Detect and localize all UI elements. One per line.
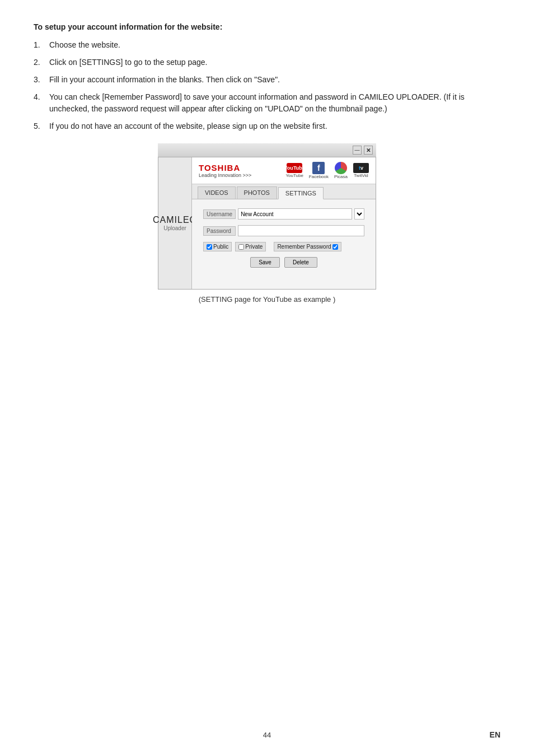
facebook-icon[interactable]: f xyxy=(312,162,325,174)
dialog-caption: (SETTING page for YouTube as example ) xyxy=(34,295,500,304)
facebook-label: Facebook xyxy=(309,174,329,179)
page-heading: To setup your account information for th… xyxy=(34,22,500,31)
toshiba-tagline: Leading Innovation >>> xyxy=(199,172,251,178)
sidebar: CAMILEO Uploader xyxy=(158,157,192,289)
password-input[interactable] xyxy=(238,225,364,236)
page-content: To setup your account information for th… xyxy=(0,0,534,326)
youtube-icon[interactable]: YouTube xyxy=(287,163,302,173)
public-option[interactable]: Public xyxy=(203,242,232,251)
youtube-service[interactable]: YouTube YouTube xyxy=(285,163,303,178)
step-text: Choose the website. xyxy=(49,39,500,51)
remember-option[interactable]: Remember Password xyxy=(274,242,341,251)
sidebar-title: CAMILEO xyxy=(153,215,197,225)
step-number: 4. xyxy=(34,91,49,115)
step-item: 5. If you do not have an account of the … xyxy=(34,120,500,132)
step-number: 3. xyxy=(34,74,49,86)
public-label: Public xyxy=(213,244,228,250)
save-button[interactable]: Save xyxy=(250,257,280,268)
close-button[interactable]: ✕ xyxy=(364,146,373,155)
private-option[interactable]: Private xyxy=(235,242,266,251)
dialog-wrapper: — ✕ CAMILEO Uploader TOSHIBA Leading xyxy=(34,143,500,290)
youtube-label: YouTube xyxy=(285,173,303,178)
twitvid-service[interactable]: tv TwitVid xyxy=(353,163,369,178)
step-text: Click on [SETTINGS] to go to the setup p… xyxy=(49,57,500,68)
step-text: Fill in your account information in the … xyxy=(49,74,500,86)
step-item: 2. Click on [SETTINGS] to go to the setu… xyxy=(34,57,500,68)
step-item: 4. You can check [Remember Password] to … xyxy=(34,91,500,115)
remember-checkbox[interactable] xyxy=(332,244,338,250)
radio-group: Public Private Remember Password xyxy=(203,242,364,251)
remember-label: Remember Password xyxy=(277,244,331,250)
twitvid-icon[interactable]: tv xyxy=(353,163,369,173)
tabs-row: VIDEOS PHOTOS SETTINGS xyxy=(192,184,376,199)
page-number: 44 xyxy=(263,731,271,739)
facebook-service[interactable]: f Facebook xyxy=(309,162,329,179)
form-buttons: Save Delete xyxy=(203,257,364,268)
username-label: Username xyxy=(203,209,236,219)
private-checkbox[interactable] xyxy=(238,244,244,250)
password-row: Password xyxy=(203,225,364,236)
step-item: 3. Fill in your account information in t… xyxy=(34,74,500,86)
twitvid-label: TwitVid xyxy=(354,173,368,178)
language-label: EN xyxy=(490,730,500,739)
dialog-header: TOSHIBA Leading Innovation >>> YouTube Y… xyxy=(192,157,376,184)
sidebar-sub: Uploader xyxy=(163,225,186,231)
delete-button[interactable]: Delete xyxy=(284,257,317,268)
step-item: 1. Choose the website. xyxy=(34,39,500,51)
picasa-label: Picasa xyxy=(334,174,348,179)
username-select[interactable]: ▼ xyxy=(354,208,364,220)
step-text: If you do not have an account of the web… xyxy=(49,120,500,132)
window-controls[interactable]: — ✕ xyxy=(352,146,373,155)
step-text: You can check [Remember Password] to sav… xyxy=(49,91,500,115)
step-number: 1. xyxy=(34,39,49,51)
picasa-service[interactable]: Picasa xyxy=(334,162,348,179)
steps-list: 1. Choose the website. 2. Click on [SETT… xyxy=(34,39,500,132)
minimize-button[interactable]: — xyxy=(353,146,362,155)
tab-settings[interactable]: SETTINGS xyxy=(278,187,324,199)
toshiba-brand: TOSHIBA Leading Innovation >>> xyxy=(199,163,251,178)
step-number: 5. xyxy=(34,120,49,132)
toshiba-logo: TOSHIBA xyxy=(199,163,240,172)
dialog-titlebar: — ✕ xyxy=(158,143,376,157)
picasa-icon[interactable] xyxy=(335,162,347,174)
tab-photos[interactable]: PHOTOS xyxy=(237,186,277,199)
username-input[interactable] xyxy=(238,208,352,220)
dialog-body: Username ▼ Password xyxy=(192,199,376,289)
service-icons: YouTube YouTube f Facebook xyxy=(258,162,369,179)
password-label: Password xyxy=(203,226,236,236)
private-label: Private xyxy=(245,244,263,250)
tab-videos[interactable]: VIDEOS xyxy=(198,186,236,199)
username-row: Username ▼ xyxy=(203,208,364,220)
public-checkbox[interactable] xyxy=(207,244,212,250)
step-number: 2. xyxy=(34,57,49,68)
